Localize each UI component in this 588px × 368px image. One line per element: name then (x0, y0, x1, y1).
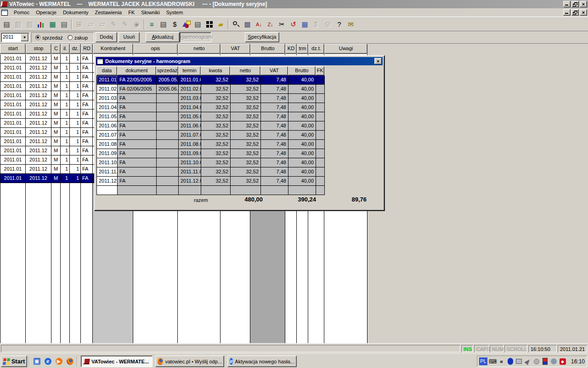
dialog-titlebar[interactable]: Dokumenty seryjne - harmonogram × (96, 57, 383, 65)
app-close-button[interactable]: × (580, 1, 587, 7)
notes-icon[interactable]: ▤ (192, 19, 204, 30)
column-header-opis[interactable]: opis (133, 44, 178, 54)
mdi-close-button[interactable]: × (580, 9, 587, 16)
app-minimize-button[interactable] (563, 1, 571, 7)
keyboard-icon[interactable]: ⌨ (489, 358, 496, 365)
column-header-Brutto[interactable]: Brutto (250, 44, 285, 54)
dialog-column-header-sprzeda[interactable]: sprzedaż (156, 66, 178, 75)
column-header-Uwagi[interactable]: Uwagi (324, 44, 368, 54)
dollar-icon[interactable]: $ (169, 19, 181, 30)
mdi-minimize-button[interactable] (563, 9, 571, 16)
sort-za-icon[interactable]: Z↓ (265, 19, 276, 30)
mail-icon[interactable]: ✉ (345, 19, 356, 30)
dialog-table-row[interactable]: 2011.02.01FA 02/06/20052005.06.012011.02… (97, 85, 325, 94)
chevron-down-icon[interactable]: ▼ (21, 34, 28, 41)
dialog-table-row[interactable]: 2011.01.01FA 22/05/20052005.05.012011.01… (97, 75, 325, 85)
dialog-column-header-data[interactable]: data (96, 66, 117, 75)
dialog-table-row[interactable]: 2011.09.01FA2011.09.0632,5232,527,4840,0… (97, 149, 325, 158)
menu-item-operacje[interactable]: Operacje (33, 9, 60, 16)
help-icon[interactable]: ? (334, 19, 345, 30)
mdi-child-icon[interactable] (1, 10, 8, 16)
sort-az-icon[interactable]: A↓ (253, 19, 265, 30)
eraser-icon[interactable]: ▰ (215, 19, 226, 30)
battery-icon[interactable] (542, 358, 548, 365)
dialog-column-header-kwota[interactable]: kwota (201, 66, 230, 75)
firewall-icon[interactable]: ◆ (559, 358, 566, 365)
grid-squares-icon[interactable] (204, 19, 215, 30)
column-header-start[interactable]: start (0, 44, 26, 54)
column-header-stop[interactable]: stop (26, 44, 51, 54)
dialog-column-header-Brutto[interactable]: Brutto (288, 66, 316, 75)
report-lines-icon[interactable]: ▤ (158, 19, 169, 30)
column-header-KD[interactable]: KD (285, 44, 297, 54)
column-header-C[interactable]: C (51, 44, 61, 54)
app-restore-button[interactable] (571, 1, 579, 7)
dialog-table-row[interactable]: 2011.11.01FA2011.11.0632,5232,527,4840,0… (97, 167, 325, 177)
dialog-column-header-VAT[interactable]: VAT (260, 66, 288, 75)
column-header-il[interactable]: il. (61, 44, 70, 54)
menu-item-zestawienia[interactable]: Zestawienia (92, 9, 125, 16)
harmonogram-button[interactable]: Harmonogram (180, 32, 211, 42)
column-header-dz[interactable]: dz. (70, 44, 81, 54)
column-header-VAT[interactable]: VAT (220, 44, 250, 54)
dialog-table-row[interactable]: 2011.06.01FA2011.06.0632,5232,527,4840,0… (97, 121, 325, 131)
aktualizuj-button[interactable]: Aktualizuj (146, 32, 180, 42)
specyfikacja-button[interactable]: Specyfikacja (245, 32, 279, 42)
dialog-table-row[interactable]: 2011.10.01FA2011.10.0632,5232,527,4840,0… (97, 158, 325, 167)
radio-zakup[interactable]: zakup (68, 35, 88, 40)
display-audio-icon[interactable] (515, 358, 522, 365)
calculator-icon[interactable]: ▦ (299, 19, 311, 30)
calc-sheet-icon[interactable]: ▦ (47, 19, 58, 30)
radio-sprzedaz[interactable]: sprzedaż (35, 35, 63, 40)
dialog-table-row[interactable]: 2011.05.01FA2011.05.0632,5232,527,4840,0… (97, 112, 325, 121)
speaker-icon[interactable] (533, 358, 540, 365)
column-header-trm[interactable]: trm (297, 44, 308, 54)
column-header-netto[interactable]: netto (178, 44, 220, 54)
menu-item-system[interactable]: System (163, 9, 187, 16)
dialog-table-row[interactable]: 2011.04.01FA2011.04.0632,5232,527,4840,0… (97, 103, 325, 112)
dialog-table-row[interactable]: 2011.07.01FA2011.07.0632,5232,527,4840,0… (97, 131, 325, 140)
start-button[interactable]: Start (1, 356, 27, 367)
dialog-table-row[interactable]: 2011.03.01FA2011.03.0632,5232,527,4840,0… (97, 94, 325, 103)
search-icon[interactable] (230, 19, 242, 30)
menu-item-fk[interactable]: FK (125, 9, 138, 16)
network-icon[interactable] (550, 358, 557, 365)
column-header-dzt[interactable]: dz.t. (308, 44, 324, 54)
taskbar-button[interactable]: vatowiec.pl • Wyślij odp... (155, 356, 224, 367)
list-icon[interactable]: ≡ (146, 19, 158, 30)
bar-chart-icon[interactable] (35, 19, 47, 30)
dialog-table-row[interactable]: 2011.12.01FA2011.12.0632,5232,527,4840,0… (97, 177, 325, 186)
move-pages-icon[interactable]: ▩ (242, 19, 253, 30)
dialog-column-header-termin[interactable]: termin (178, 66, 201, 75)
scissors-icon[interactable]: ✂ (276, 19, 288, 30)
usun-button[interactable]: Usuń (119, 32, 140, 42)
dialog-column-header-dokument[interactable]: dokument (117, 66, 156, 75)
taskbar-button[interactable]: VATowiec - WERMATE... (81, 356, 153, 367)
column-header-Kontrahent[interactable]: Kontrahent (93, 44, 133, 54)
dialog-column-header-netto[interactable]: netto (230, 66, 260, 75)
menu-item-dokumenty[interactable]: Dokumenty (60, 9, 92, 16)
dialog-close-button[interactable]: × (374, 58, 382, 64)
dialog-column-header-FK[interactable]: FK (316, 66, 324, 75)
firefox-icon[interactable] (65, 356, 74, 366)
pointer-icon[interactable] (524, 358, 531, 365)
taskbar-button[interactable]: eAktywacja nowego hasła... (227, 356, 297, 367)
dodaj-button[interactable]: Dodaj (96, 32, 117, 42)
show-desktop-icon[interactable]: ▣ (32, 356, 41, 366)
dialog-table-row[interactable] (97, 186, 325, 195)
year-combobox[interactable]: 2011 ▼ (1, 33, 29, 42)
column-header-RD[interactable]: RD (81, 44, 93, 54)
chevron-collapse-icon[interactable]: « (498, 358, 505, 365)
menu-item-pomoc[interactable]: Pomoc (11, 9, 33, 16)
undo-loop-icon[interactable]: ↺ (288, 19, 299, 30)
menu-item-słowniki[interactable]: Słowniki (138, 9, 163, 16)
media-player-icon[interactable]: ▶ (54, 356, 63, 366)
mdi-restore-button[interactable] (571, 9, 579, 16)
objects-icon[interactable] (181, 19, 192, 30)
bluetooth-icon[interactable] (507, 358, 514, 365)
print-icon[interactable]: ▤ (1, 19, 12, 30)
document-icon[interactable]: ▤ (58, 19, 70, 30)
ie-icon[interactable]: e (43, 356, 52, 366)
language-indicator[interactable]: PL (479, 357, 487, 365)
dialog-table-row[interactable]: 2011.08.01FA2011.08.0632,5232,527,4840,0… (97, 140, 325, 149)
